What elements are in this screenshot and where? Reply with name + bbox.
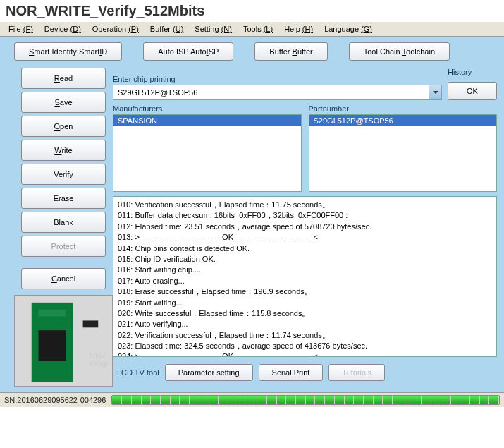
log-line: 012: Elapsed time: 23.51 seconds，average… [118, 222, 492, 232]
ok-button[interactable]: OK [448, 82, 497, 100]
lcd-tv-tool-label: LCD TV tool [113, 368, 159, 377]
window-title: NOR_WRITE_Verify_512Mbits [0, 0, 504, 22]
menu-tools[interactable]: Tools (L) [243, 25, 273, 33]
read-button[interactable]: Read [21, 68, 106, 89]
toolchain-button[interactable]: Tool Chain Toolchain [349, 42, 450, 61]
history-label: History [448, 68, 497, 76]
log-line: 022: Verification successful，Elapsed tim… [118, 330, 492, 341]
chip-dropdown-icon[interactable] [429, 85, 442, 100]
list-item[interactable]: S29GL512P@TSOP56 [309, 115, 497, 126]
log-line: 021: Auto verifying... [118, 319, 492, 329]
log-line: 017: Auto erasing... [118, 276, 492, 286]
log-line: 024: >--------------------------------OK… [118, 351, 492, 357]
svg-text:Progr: Progr [90, 359, 109, 368]
verify-button[interactable]: Verify [21, 164, 106, 185]
menu-help[interactable]: Help (H) [284, 25, 313, 33]
open-button[interactable]: Open [21, 116, 106, 137]
tutorials-button: Tutorials [328, 364, 385, 381]
log-line: 014: Chip pins contact is detected OK. [118, 243, 492, 254]
chip-printing-label: Enter chip printing [113, 75, 442, 83]
manufacturers-list[interactable]: SPANSION [113, 114, 302, 192]
write-button[interactable]: Write [21, 140, 106, 161]
partnumber-label: Partnumber [309, 104, 498, 113]
menu-operation[interactable]: Operation (P) [92, 25, 139, 33]
log-line: 010: Verification successful，Elapsed tim… [118, 200, 492, 210]
status-bar: SN:20160629095622-004296 [0, 392, 504, 407]
log-line: 011: Buffer data checksum: 16bits_0xFF00… [118, 210, 492, 221]
serial-number: SN:20160629095622-004296 [4, 396, 111, 404]
menu-file[interactable]: File (F) [8, 25, 33, 33]
log-line: 013: >--------------------------------OK… [118, 232, 492, 243]
protect-button: Protect [21, 236, 106, 257]
parameter-setting-button[interactable]: Parameter setting [165, 364, 253, 381]
smartid-button[interactable]: SSmart Identify SmartIDmart Identify Sma… [14, 42, 122, 61]
menu-setting[interactable]: Setting (N) [195, 25, 232, 33]
menu-language[interactable]: Language (G) [324, 25, 372, 33]
partnumber-list[interactable]: S29GL512P@TSOP56 [309, 114, 498, 192]
log-line: 018: Erase successful，Elapsed time：196.9… [118, 286, 492, 297]
save-button[interactable]: Save [21, 92, 106, 113]
log-line: 020: Write successful，Elapsed time：115.8… [118, 308, 492, 319]
top-buttons: SSmart Identify SmartIDmart Identify Sma… [7, 42, 497, 63]
log-line: 015: Chip ID verification OK. [118, 254, 492, 265]
log-line: 019: Start writing... [118, 298, 492, 308]
log-line: 023: Elapsed time: 324.5 seconds，average… [118, 341, 492, 351]
svg-text:Univ: Univ [90, 351, 105, 360]
menu-bar: File (F) Device (D) Operation (P) Buffer… [0, 22, 504, 37]
erase-button[interactable]: Erase [21, 188, 106, 209]
progress-bar [111, 395, 500, 405]
log-output[interactable]: 010: Verification successful，Elapsed tim… [113, 196, 497, 357]
side-buttons: Read Save Open Write Verify Erase Blank … [7, 68, 106, 387]
device-image: Univ Progr [14, 295, 113, 387]
cancel-button[interactable]: Cancel [21, 268, 106, 289]
svg-rect-4 [83, 320, 99, 327]
svg-rect-3 [39, 310, 66, 317]
buffer-button[interactable]: Buffer Buffer [254, 42, 327, 61]
menu-buffer[interactable]: Buffer (U) [150, 25, 184, 33]
list-item[interactable]: SPANSION [113, 115, 301, 126]
autoisp-button[interactable]: Auto ISP AutoISP [143, 42, 233, 61]
chip-printing-input[interactable] [113, 85, 429, 100]
main-area: SSmart Identify SmartIDmart Identify Sma… [0, 37, 504, 392]
serial-print-button[interactable]: Serial Print [259, 364, 324, 381]
blank-button[interactable]: Blank [21, 212, 106, 233]
menu-device[interactable]: Device (D) [44, 25, 81, 33]
log-line: 016: Start writing chip..... [118, 265, 492, 275]
svg-rect-2 [39, 330, 66, 361]
manufacturers-label: Manufacturers [113, 104, 302, 113]
